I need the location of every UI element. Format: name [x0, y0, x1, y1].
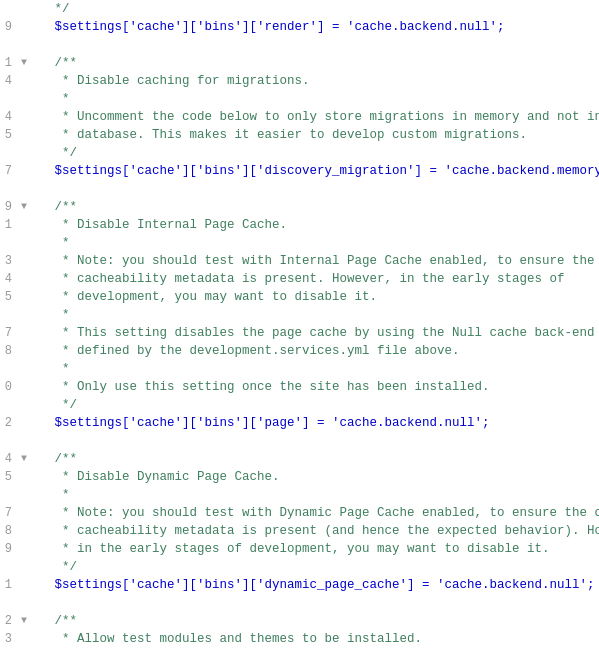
fold-indicator[interactable]: [18, 162, 30, 180]
fold-indicator[interactable]: [18, 540, 30, 558]
fold-indicator[interactable]: [18, 288, 30, 306]
fold-indicator[interactable]: ▼: [18, 450, 30, 468]
code-text: $settings['cache']['bins']['discovery_mi…: [30, 162, 599, 180]
fold-indicator[interactable]: [18, 36, 30, 54]
code-line: 9 $settings['cache']['bins']['render'] =…: [0, 18, 599, 36]
code-text: * Disable caching for migrations.: [30, 72, 599, 90]
line-number: 9: [0, 18, 18, 36]
code-line: 1▼ /**: [0, 54, 599, 72]
code-line: 3 * Note: you should test with Internal …: [0, 252, 599, 270]
fold-indicator[interactable]: [18, 216, 30, 234]
line-number: 5: [0, 288, 18, 306]
line-number: [0, 594, 18, 612]
code-line: [0, 180, 599, 198]
code-line: [0, 594, 599, 612]
fold-indicator[interactable]: [18, 252, 30, 270]
fold-indicator[interactable]: [18, 90, 30, 108]
code-text: *: [30, 90, 599, 108]
line-number: [0, 432, 18, 450]
code-text: */: [30, 558, 599, 576]
fold-indicator[interactable]: [18, 72, 30, 90]
line-number: 1: [0, 54, 18, 72]
fold-indicator[interactable]: [18, 558, 30, 576]
fold-indicator[interactable]: [18, 324, 30, 342]
code-text: * Only use this setting once the site ha…: [30, 378, 599, 396]
code-line: 2▼ /**: [0, 612, 599, 630]
code-text: *: [30, 306, 599, 324]
code-line: 5 * Disable Dynamic Page Cache.: [0, 468, 599, 486]
fold-indicator[interactable]: [18, 522, 30, 540]
code-line: 3 * Allow test modules and themes to be …: [0, 630, 599, 648]
line-number: 4: [0, 72, 18, 90]
fold-indicator[interactable]: [18, 396, 30, 414]
line-number: [0, 396, 18, 414]
code-line: 8 * defined by the development.services.…: [0, 342, 599, 360]
line-number: 4: [0, 108, 18, 126]
fold-indicator[interactable]: [18, 270, 30, 288]
code-line: */: [0, 558, 599, 576]
code-text: /**: [30, 54, 599, 72]
fold-indicator[interactable]: [18, 18, 30, 36]
code-line: *: [0, 360, 599, 378]
fold-indicator[interactable]: [18, 0, 30, 18]
line-number: 5: [0, 468, 18, 486]
fold-indicator[interactable]: ▼: [18, 54, 30, 72]
code-text: [30, 432, 599, 450]
fold-indicator[interactable]: [18, 342, 30, 360]
fold-indicator[interactable]: [18, 108, 30, 126]
fold-indicator[interactable]: [18, 414, 30, 432]
line-number: 8: [0, 522, 18, 540]
fold-indicator[interactable]: [18, 630, 30, 648]
fold-indicator[interactable]: ▼: [18, 198, 30, 216]
fold-indicator[interactable]: [18, 378, 30, 396]
code-line: 8 * cacheability metadata is present (an…: [0, 522, 599, 540]
fold-indicator[interactable]: [18, 306, 30, 324]
fold-indicator[interactable]: [18, 468, 30, 486]
line-number: 7: [0, 324, 18, 342]
code-line: 4 * Uncomment the code below to only sto…: [0, 108, 599, 126]
line-number: [0, 0, 18, 18]
code-line: [0, 36, 599, 54]
code-line: 0 * Only use this setting once the site …: [0, 378, 599, 396]
line-number: [0, 90, 18, 108]
code-text: /**: [30, 450, 599, 468]
fold-indicator[interactable]: [18, 144, 30, 162]
code-container: */9 $settings['cache']['bins']['render']…: [0, 0, 599, 649]
line-number: 1: [0, 576, 18, 594]
fold-indicator[interactable]: [18, 594, 30, 612]
line-number: [0, 360, 18, 378]
line-number: 9: [0, 540, 18, 558]
fold-indicator[interactable]: [18, 504, 30, 522]
code-text: [30, 36, 599, 54]
fold-indicator[interactable]: [18, 234, 30, 252]
code-text: * database. This makes it easier to deve…: [30, 126, 599, 144]
code-text: * Note: you should test with Dynamic Pag…: [30, 504, 599, 522]
code-text: *: [30, 486, 599, 504]
code-text: * Disable Internal Page Cache.: [30, 216, 599, 234]
code-line: */: [0, 396, 599, 414]
line-number: 5: [0, 126, 18, 144]
code-line: *: [0, 486, 599, 504]
fold-indicator[interactable]: [18, 432, 30, 450]
code-text: $settings['cache']['bins']['render'] = '…: [30, 18, 599, 36]
fold-indicator[interactable]: [18, 486, 30, 504]
code-text: [30, 594, 599, 612]
code-line: 7 $settings['cache']['bins']['discovery_…: [0, 162, 599, 180]
fold-indicator[interactable]: [18, 126, 30, 144]
line-number: [0, 36, 18, 54]
fold-indicator[interactable]: [18, 180, 30, 198]
fold-indicator[interactable]: ▼: [18, 612, 30, 630]
fold-indicator[interactable]: [18, 576, 30, 594]
code-line: 9▼ /**: [0, 198, 599, 216]
line-number: 2: [0, 612, 18, 630]
code-text: * This setting disables the page cache b…: [30, 324, 599, 342]
code-text: $settings['cache']['bins']['dynamic_page…: [30, 576, 599, 594]
code-lines: */9 $settings['cache']['bins']['render']…: [0, 0, 599, 649]
code-text: * defined by the development.services.ym…: [30, 342, 599, 360]
line-number: 2: [0, 414, 18, 432]
code-line: */: [0, 0, 599, 18]
fold-indicator[interactable]: [18, 360, 30, 378]
code-line: 1 * Disable Internal Page Cache.: [0, 216, 599, 234]
line-number: 4: [0, 270, 18, 288]
code-text: * cacheability metadata is present (and …: [30, 522, 599, 540]
